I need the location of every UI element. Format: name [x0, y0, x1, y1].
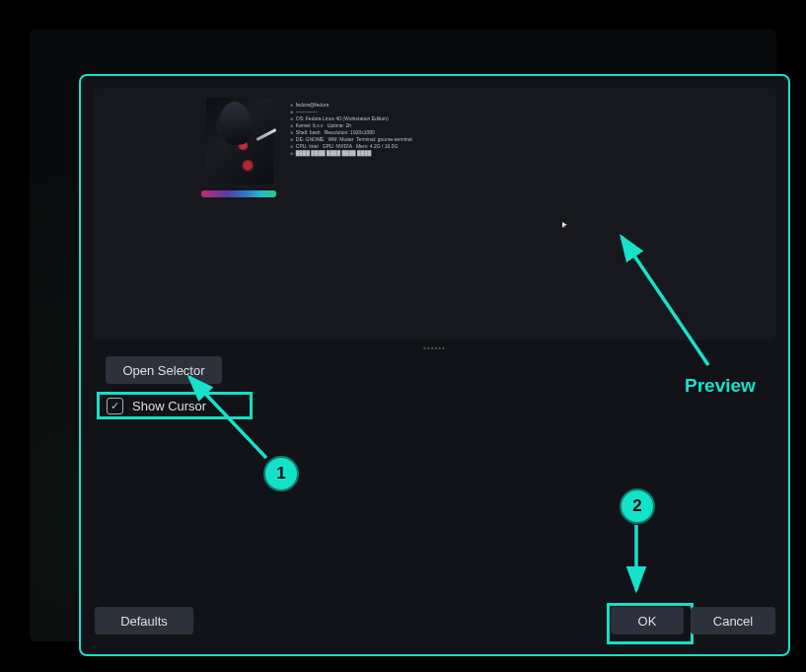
defaults-button[interactable]: Defaults: [95, 607, 193, 635]
arrow-to-ok: [623, 521, 653, 600]
svg-line-1: [189, 377, 266, 458]
screenshot-backdrop: ■ fedora@fedora ■ ------------- ■ OS: Fe…: [30, 30, 776, 641]
svg-line-0: [622, 237, 708, 365]
cursor-in-preview: [562, 222, 567, 228]
neofetch-avatar-image: [206, 98, 273, 185]
cancel-label: Cancel: [713, 614, 753, 629]
cancel-button[interactable]: Cancel: [691, 607, 775, 635]
step-badge-1-text: 1: [276, 464, 285, 484]
step-badge-1: 1: [263, 456, 299, 491]
neofetch-sysinfo-text: ■ fedora@fedora ■ ------------- ■ OS: Fe…: [290, 102, 412, 157]
defaults-label: Defaults: [120, 614, 168, 629]
step-badge-2-text: 2: [632, 496, 641, 516]
arrow-to-show-cursor: [176, 359, 284, 478]
show-cursor-checkbox[interactable]: ✓: [107, 398, 123, 414]
arrow-to-preview: [582, 207, 740, 375]
resize-grip[interactable]: ••••••: [423, 343, 446, 352]
ok-button[interactable]: OK: [611, 607, 684, 635]
neofetch-color-bar: [201, 190, 276, 197]
preview-annotation-label: Preview: [685, 375, 756, 397]
ok-label: OK: [638, 614, 657, 629]
step-badge-2: 2: [620, 488, 655, 524]
